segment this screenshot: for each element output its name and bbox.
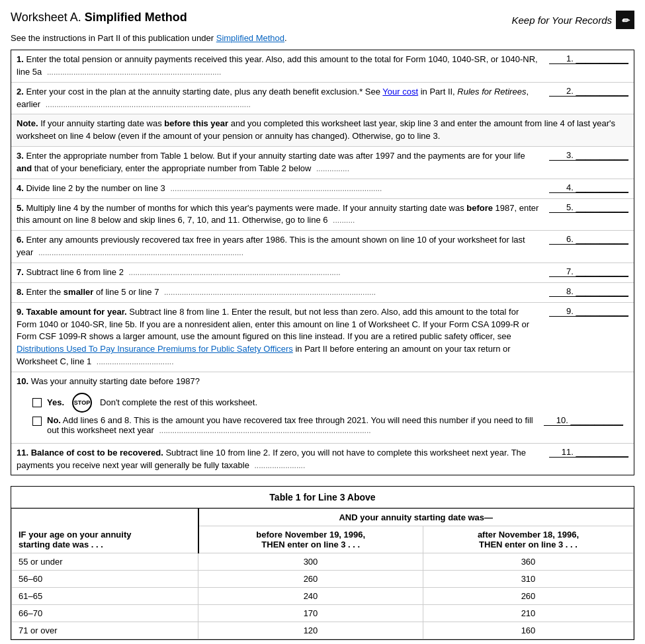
line-5: 5. Multiply line 4 by the number of mont… (11, 199, 634, 231)
line-10-answer: 10. ___________ (544, 415, 623, 426)
table1-title: Table 1 for Line 3 Above (11, 487, 634, 508)
line-8-answer: 8. ___________ (549, 286, 628, 297)
page-header: Worksheet A. Simplified Method Keep for … (11, 11, 634, 29)
line-6: 6. Enter any amounts previously recovere… (11, 231, 634, 263)
line-4: 4. Divide line 2 by the number on line 3… (11, 179, 634, 199)
distributions-link[interactable]: Distributions Used To Pay Insurance Prem… (17, 344, 293, 354)
yes-label: Don't complete the rest of this workshee… (100, 397, 257, 407)
line-11: 11. Balance of cost to be recovered. Sub… (11, 444, 634, 475)
line-5-answer: 5. ___________ (549, 202, 628, 213)
table-row: 55 or under300360 (12, 553, 634, 571)
line-6-answer: 6. ___________ (549, 234, 628, 245)
keep-records-label: Keep for Your Records ✏ (512, 11, 634, 29)
no-checkbox[interactable] (32, 417, 42, 426)
simplified-method-link[interactable]: Simplified Method (216, 33, 284, 43)
line-1: 1. Enter the total pension or annuity pa… (11, 50, 634, 83)
stop-sign: STOP (72, 393, 92, 413)
note-box: Note. If your annuity starting date was … (11, 114, 634, 147)
note-label: Note. (17, 118, 38, 128)
line-4-answer: 4. ___________ (549, 182, 628, 193)
subtitle: See the instructions in Part II of this … (11, 33, 634, 43)
table1-header: IF your age on your annuitystarting date… (12, 509, 634, 526)
line-7: 7. Subtract line 6 from line 2 .........… (11, 263, 634, 283)
line-3-answer: 3. ___________ (549, 150, 628, 161)
line-7-answer: 7. ___________ (549, 266, 628, 277)
checkbox-yes-row: Yes. STOP Don't complete the rest of thi… (32, 393, 623, 413)
line-11-answer: 11. ___________ (549, 447, 628, 458)
line-9-answer: 9. ___________ (549, 306, 628, 317)
checkbox-no-row: No. Add lines 6 and 8. This is the amoun… (32, 415, 623, 435)
table1-grid: IF your age on your annuitystarting date… (11, 508, 634, 639)
line-1-number-label: 1. (17, 54, 26, 64)
yes-checkbox[interactable] (32, 398, 42, 407)
line-2: 2. Enter your cost in the plan at the an… (11, 83, 634, 115)
worksheet-title: Worksheet A. Simplified Method (11, 11, 187, 24)
title-bold: Simplified Method (85, 11, 187, 24)
table-row: 71 or over120160 (12, 622, 634, 639)
line-3: 3. Enter the appropriate number from Tab… (11, 147, 634, 179)
pencil-icon: ✏ (616, 11, 634, 29)
worksheet-box: 1. Enter the total pension or annuity pa… (11, 50, 634, 475)
line-8: 8. Enter the smaller of line 5 or line 7… (11, 283, 634, 303)
table-row: 66–70170210 (12, 605, 634, 622)
table-row: 56–60260310 (12, 571, 634, 588)
line-1-answer: 1. ___________ (549, 54, 628, 64)
title-prefix: Worksheet A. (11, 11, 85, 24)
line-9: 9. Taxable amount for year. Subtract lin… (11, 303, 634, 372)
line-10: 10. Was your annuity starting date befor… (11, 372, 634, 444)
table1-body: 55 or under300360 56–60260310 61–6524026… (12, 553, 634, 639)
svg-text:✏: ✏ (621, 15, 630, 26)
line-2-answer: 2. ___________ (549, 86, 628, 97)
table-row: 61–65240260 (12, 588, 634, 605)
table1: Table 1 for Line 3 Above IF your age on … (11, 486, 634, 640)
your-cost-link[interactable]: Your cost (382, 87, 418, 97)
